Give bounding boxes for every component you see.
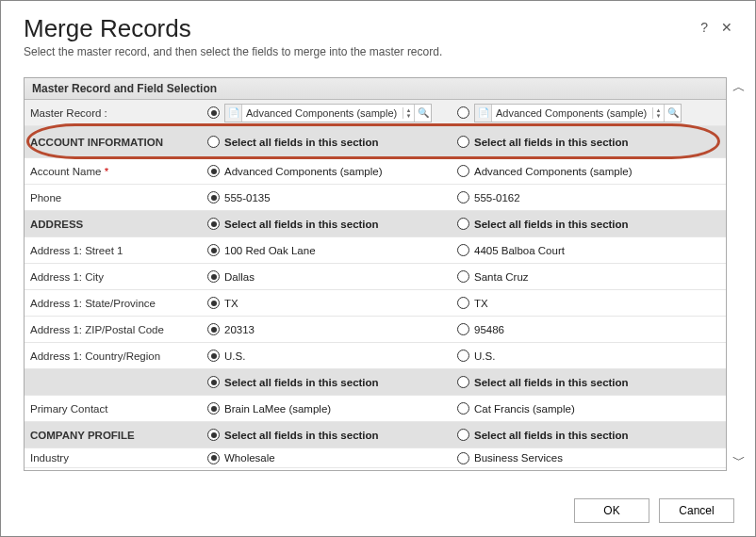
required-star: * <box>105 166 108 177</box>
select-all-a-text: Select all fields in this section <box>224 137 379 148</box>
doc-icon: 📄 <box>475 105 492 122</box>
field-label: Phone <box>25 188 204 207</box>
select-all-a-text: Select all fields in this section <box>224 430 379 441</box>
master-radio-a[interactable] <box>207 106 220 119</box>
section-label: ACCOUNT INFORMATION <box>25 133 204 152</box>
section-address: ADDRESS Select all fields in this sectio… <box>25 211 726 237</box>
section-company-profile: COMPANY PROFILE Select all fields in thi… <box>25 422 726 448</box>
field-value-b: 555-0162 <box>474 192 520 203</box>
field-radio-a[interactable] <box>207 244 220 256</box>
close-icon[interactable]: ✕ <box>721 20 732 35</box>
field-radio-b[interactable] <box>457 297 469 309</box>
cancel-button[interactable]: Cancel <box>659 498 734 523</box>
select-all-b-radio[interactable] <box>457 136 469 148</box>
field-radio-b[interactable] <box>457 270 469 283</box>
select-all-a-radio[interactable] <box>207 136 220 148</box>
row-city: Address 1: City Dallas Santa Cruz <box>25 264 726 290</box>
field-label: Address 1: State/Province <box>25 294 204 313</box>
section-label: COMPANY PROFILE <box>25 426 204 445</box>
row-industry: Industry Wholesale Business Services <box>25 448 726 468</box>
select-all-b-text: Select all fields in this section <box>474 377 629 388</box>
row-country: Address 1: Country/Region U.S. U.S. <box>25 343 726 369</box>
field-value-b: 95486 <box>474 324 504 335</box>
select-all-b-text: Select all fields in this section <box>474 430 629 441</box>
help-icon[interactable]: ? <box>700 20 708 35</box>
field-value-a: Brain LaMee (sample) <box>224 403 331 415</box>
master-dropdown-a-text: Advanced Components (sample) <box>242 107 403 119</box>
section-label: ADDRESS <box>25 215 204 234</box>
spinner-icon[interactable]: ▲▼ <box>403 107 414 119</box>
select-all-a-radio[interactable] <box>207 429 220 441</box>
field-label: Address 1: ZIP/Postal Code <box>25 320 204 339</box>
select-all-b-radio[interactable] <box>457 429 469 441</box>
select-all-b-radio[interactable] <box>457 376 469 388</box>
field-value-b: Santa Cruz <box>474 271 529 283</box>
section-label <box>25 379 204 386</box>
field-value-b: 4405 Balboa Court <box>474 245 565 256</box>
select-all-b-radio[interactable] <box>457 218 469 230</box>
field-radio-a[interactable] <box>207 452 220 464</box>
row-primary-contact: Primary Contact Brain LaMee (sample) Cat… <box>25 396 726 422</box>
chevron-up-icon[interactable]: ︿ <box>732 79 746 96</box>
field-value-a: 20313 <box>224 324 255 335</box>
field-value-a: Advanced Components (sample) <box>224 166 382 177</box>
select-all-a-radio[interactable] <box>207 376 220 388</box>
field-radio-a[interactable] <box>207 165 220 177</box>
master-dropdown-b-text: Advanced Components (sample) <box>492 107 652 119</box>
field-radio-b[interactable] <box>457 452 469 464</box>
section-blank: Select all fields in this section Select… <box>25 369 726 396</box>
field-radio-b[interactable] <box>457 165 469 177</box>
field-radio-a[interactable] <box>207 270 220 283</box>
field-value-a: Dallas <box>224 271 255 283</box>
field-radio-b[interactable] <box>457 191 469 203</box>
row-street: Address 1: Street 1 100 Red Oak Lane 440… <box>25 237 726 264</box>
master-record-label: Master Record : <box>25 104 204 122</box>
field-radio-b[interactable] <box>457 244 469 256</box>
select-all-a-text: Select all fields in this section <box>224 377 379 388</box>
row-state: Address 1: State/Province TX TX <box>25 290 726 317</box>
field-value-a: Wholesale <box>224 452 275 464</box>
field-value-b: Business Services <box>474 452 563 464</box>
row-zip: Address 1: ZIP/Postal Code 20313 95486 <box>25 317 726 343</box>
field-label: Address 1: Country/Region <box>25 347 204 366</box>
lookup-icon[interactable]: 🔍 <box>664 105 681 122</box>
field-value-a: TX <box>224 298 238 309</box>
field-label: Address 1: Street 1 <box>25 241 204 260</box>
row-phone: Phone 555-0135 555-0162 <box>25 185 726 211</box>
select-all-b-text: Select all fields in this section <box>474 137 629 148</box>
select-all-a-radio[interactable] <box>207 218 220 230</box>
master-radio-b[interactable] <box>457 106 469 119</box>
spinner-icon[interactable]: ▲▼ <box>652 107 664 119</box>
merge-grid: Master Record and Field Selection Master… <box>24 77 727 471</box>
field-radio-a[interactable] <box>207 323 220 335</box>
master-dropdown-b[interactable]: 📄 Advanced Components (sample) ▲▼ 🔍 <box>474 104 682 122</box>
field-value-b: Cat Francis (sample) <box>474 403 575 415</box>
field-label: Industry <box>25 448 204 467</box>
field-value-b: U.S. <box>474 350 495 362</box>
scrollbar[interactable]: ︿ ﹀ <box>731 77 748 471</box>
lookup-icon[interactable]: 🔍 <box>414 105 431 122</box>
field-radio-b[interactable] <box>457 402 469 415</box>
section-account-info: ACCOUNT INFORMATION Select all fields in… <box>25 126 726 158</box>
select-all-b-text: Select all fields in this section <box>474 219 629 230</box>
field-value-a: 555-0135 <box>224 192 271 203</box>
field-radio-a[interactable] <box>207 402 220 415</box>
select-all-a-text: Select all fields in this section <box>224 219 379 230</box>
field-radio-b[interactable] <box>457 350 469 362</box>
row-account-name: Account Name * Advanced Components (samp… <box>25 158 726 185</box>
dialog-title: Merge Records <box>24 14 191 43</box>
master-dropdown-a[interactable]: 📄 Advanced Components (sample) ▲▼ 🔍 <box>224 104 432 122</box>
field-value-b: TX <box>474 298 488 309</box>
doc-icon: 📄 <box>225 105 242 122</box>
field-radio-a[interactable] <box>207 191 220 203</box>
field-radio-a[interactable] <box>207 350 220 362</box>
chevron-down-icon[interactable]: ﹀ <box>732 452 746 469</box>
field-value-a: 100 Red Oak Lane <box>224 245 316 256</box>
field-value-a: U.S. <box>224 350 245 362</box>
field-radio-b[interactable] <box>457 323 469 335</box>
field-radio-a[interactable] <box>207 297 220 309</box>
field-label: Address 1: City <box>25 268 204 286</box>
dialog-subtitle: Select the master record, and then selec… <box>24 45 732 58</box>
grid-title: Master Record and Field Selection <box>25 78 726 100</box>
ok-button[interactable]: OK <box>574 498 649 523</box>
